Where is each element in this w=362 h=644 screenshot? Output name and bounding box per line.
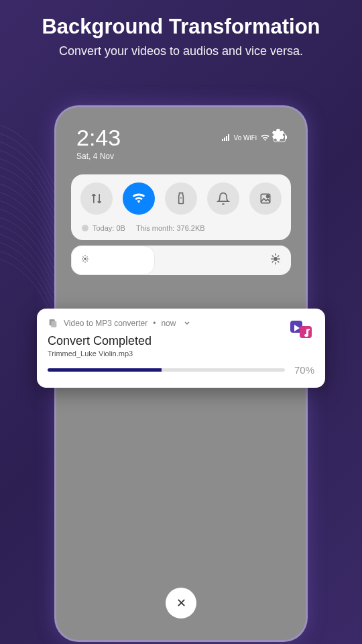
svg-line-19	[278, 256, 279, 257]
chevron-down-icon[interactable]	[184, 319, 190, 328]
app-logo-icon	[290, 318, 313, 341]
svg-point-1	[267, 195, 269, 197]
svg-line-10	[86, 257, 87, 258]
svg-point-11	[274, 257, 278, 261]
notification-time: now	[161, 319, 176, 328]
wifi-icon	[261, 131, 269, 144]
svg-line-7	[83, 257, 84, 258]
data-usage: Today: 0B This month: 376.2KB	[78, 224, 284, 232]
svg-rect-23	[51, 321, 56, 327]
clock: 2:43	[76, 126, 121, 149]
status-bar: 2:43 Sat, 4 Nov Vo WiFi 64	[64, 115, 298, 164]
progress-fill	[48, 368, 162, 372]
promo-subtitle: Convert your videos to audios and vice v…	[13, 43, 349, 59]
progress-bar	[48, 368, 285, 372]
data-today: Today: 0B	[93, 224, 125, 232]
svg-line-8	[86, 260, 87, 261]
brightness-low-icon	[80, 254, 90, 266]
status-icons: Vo WiFi 64	[222, 131, 286, 144]
signal-icon	[222, 134, 230, 141]
qs-dnd-toggle[interactable]	[207, 182, 239, 215]
progress-row: 70%	[48, 364, 314, 376]
data-usage-dot-icon	[82, 225, 88, 231]
date: Sat, 4 Nov	[76, 152, 121, 161]
brightness-high-icon	[269, 253, 282, 268]
close-icon: ✕	[176, 596, 186, 610]
svg-line-9	[83, 260, 84, 261]
svg-line-17	[278, 261, 279, 262]
brightness-slider[interactable]	[71, 246, 291, 275]
promo-header: Background Transformation Convert your v…	[0, 0, 362, 59]
svg-line-18	[272, 261, 274, 262]
progress-percent: 70%	[294, 364, 314, 376]
promo-title: Background Transformation	[13, 15, 349, 39]
qs-screenshot-toggle[interactable]	[249, 182, 282, 215]
data-month: This month: 376.2KB	[136, 224, 205, 232]
notification-title: Convert Completed	[48, 334, 314, 348]
notification-app-name: Video to MP3 converter	[64, 319, 147, 328]
battery-icon: 64	[274, 133, 286, 142]
qs-flashlight-toggle[interactable]	[165, 182, 197, 215]
copy-icon	[48, 318, 58, 329]
network-label: Vo WiFi	[234, 134, 257, 142]
qs-data-toggle[interactable]	[80, 182, 113, 215]
svg-point-2	[84, 258, 86, 260]
notification-header: Video to MP3 converter • now	[48, 318, 314, 329]
svg-line-16	[272, 256, 274, 257]
notification-filename: Trimmed_Luke Violin.mp3	[48, 350, 314, 358]
qs-wifi-toggle[interactable]	[123, 182, 155, 215]
notification-card[interactable]: Video to MP3 converter • now Convert Com…	[37, 309, 325, 388]
quick-settings-panel: Today: 0B This month: 376.2KB	[71, 174, 291, 240]
close-button[interactable]: ✕	[166, 588, 196, 619]
bullet: •	[153, 319, 156, 328]
